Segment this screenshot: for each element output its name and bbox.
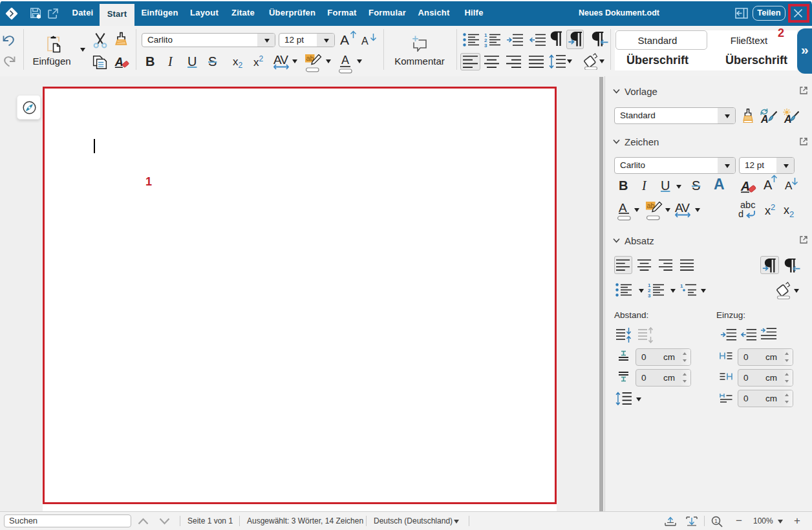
svg-text:1: 1 — [680, 283, 683, 289]
svg-text:A: A — [114, 56, 123, 69]
svg-text:A: A — [760, 114, 769, 124]
svg-text:A: A — [784, 114, 792, 124]
svg-text:1: 1 — [714, 518, 718, 524]
svg-text:3: 3 — [484, 43, 487, 47]
svg-text:A: A — [740, 179, 750, 193]
svg-text:3: 3 — [648, 293, 651, 297]
